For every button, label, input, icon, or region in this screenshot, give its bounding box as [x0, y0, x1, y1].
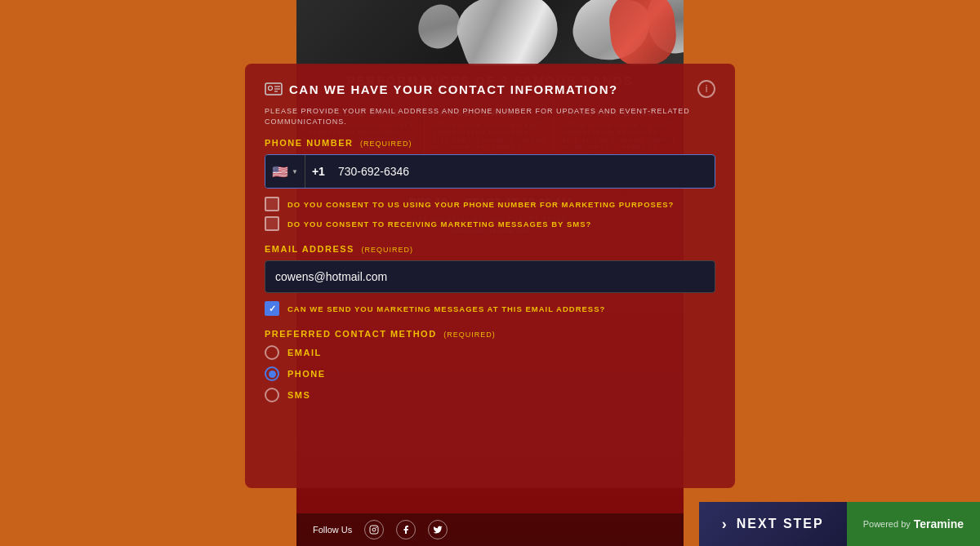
- contact-method-label: PREFERRED CONTACT METHOD (REQUIRED): [265, 329, 715, 339]
- svg-point-1: [372, 528, 376, 531]
- consent1-row: DO YOU CONSENT TO US USING YOUR PHONE NU…: [265, 197, 715, 211]
- next-step-arrow-icon: ›: [722, 516, 728, 533]
- radio-phone[interactable]: [265, 366, 279, 381]
- email-input[interactable]: [265, 260, 715, 293]
- modal-subtitle: PLEASE PROVIDE YOUR EMAIL ADDRESS AND PH…: [265, 106, 715, 127]
- modal-header: CAN WE HAVE YOUR CONTACT INFORMATION? i: [265, 80, 715, 98]
- phone-number-input[interactable]: [332, 155, 715, 188]
- powered-by-text: Powered by: [863, 519, 911, 529]
- flag-chevron-icon: ▼: [292, 168, 298, 175]
- phone-label: PHONE NUMBER (REQUIRED): [265, 138, 715, 148]
- email-section: EMAIL ADDRESS (REQUIRED) CAN WE SEND YOU…: [265, 244, 715, 316]
- consent2-label: DO YOU CONSENT TO RECEIVING MARKETING ME…: [287, 220, 591, 229]
- bottom-action-bar: › NEXT STEP Powered by Teramine: [699, 502, 980, 546]
- consent2-checkbox[interactable]: [265, 216, 279, 231]
- radio-phone-row: PHONE: [265, 366, 715, 381]
- contact-method-section: PREFERRED CONTACT METHOD (REQUIRED) EMAI…: [265, 329, 715, 402]
- consent1-label: DO YOU CONSENT TO US USING YOUR PHONE NU…: [287, 200, 674, 209]
- contact-method-required: (REQUIRED): [443, 331, 496, 339]
- email-consent-label: CAN WE SEND YOU MARKETING MESSAGES AT TH…: [287, 304, 605, 313]
- modal-title: CAN WE HAVE YOUR CONTACT INFORMATION?: [289, 82, 618, 96]
- radio-email-row: EMAIL: [265, 345, 715, 360]
- poster-top-area: [296, 0, 684, 65]
- phone-input-container: 🇺🇸 ▼ +1: [265, 154, 715, 189]
- radio-sms[interactable]: [265, 388, 279, 402]
- contact-info-modal: CAN WE HAVE YOUR CONTACT INFORMATION? i …: [245, 64, 735, 488]
- email-label: EMAIL ADDRESS (REQUIRED): [265, 244, 715, 254]
- consent1-checkbox[interactable]: [265, 197, 279, 211]
- modal-title-row: CAN WE HAVE YOUR CONTACT INFORMATION?: [265, 82, 618, 96]
- email-required: (REQUIRED): [362, 246, 414, 254]
- radio-sms-label: SMS: [287, 390, 310, 400]
- radio-sms-row: SMS: [265, 388, 715, 402]
- radio-email-label: EMAIL: [287, 348, 322, 357]
- follow-us-label: Follow Us: [313, 525, 352, 535]
- info-icon[interactable]: i: [697, 80, 715, 98]
- svg-rect-0: [370, 526, 378, 534]
- instagram-icon[interactable]: [364, 520, 384, 539]
- consent2-row: DO YOU CONSENT TO RECEIVING MARKETING ME…: [265, 216, 715, 231]
- flag-emoji: 🇺🇸: [272, 164, 288, 180]
- teramine-brand: Teramine: [914, 517, 964, 530]
- svg-point-2: [376, 527, 377, 529]
- email-consent-checkbox[interactable]: [265, 301, 279, 316]
- country-flag-selector[interactable]: 🇺🇸 ▼: [265, 155, 305, 188]
- svg-point-4: [269, 87, 273, 91]
- phone-prefix: +1: [305, 165, 332, 178]
- powered-by-button[interactable]: Powered by Teramine: [847, 502, 980, 546]
- phone-required: (REQUIRED): [360, 140, 412, 148]
- radio-email[interactable]: [265, 345, 279, 360]
- contact-card-icon: [265, 82, 283, 96]
- radio-phone-label: PHONE: [287, 369, 326, 379]
- follow-section: Follow Us: [296, 513, 684, 546]
- email-consent-row: CAN WE SEND YOU MARKETING MESSAGES AT TH…: [265, 301, 715, 316]
- next-step-label: NEXT STEP: [737, 517, 824, 531]
- facebook-icon[interactable]: [396, 520, 416, 539]
- next-step-button[interactable]: › NEXT STEP: [699, 502, 847, 546]
- twitter-icon[interactable]: [428, 520, 448, 539]
